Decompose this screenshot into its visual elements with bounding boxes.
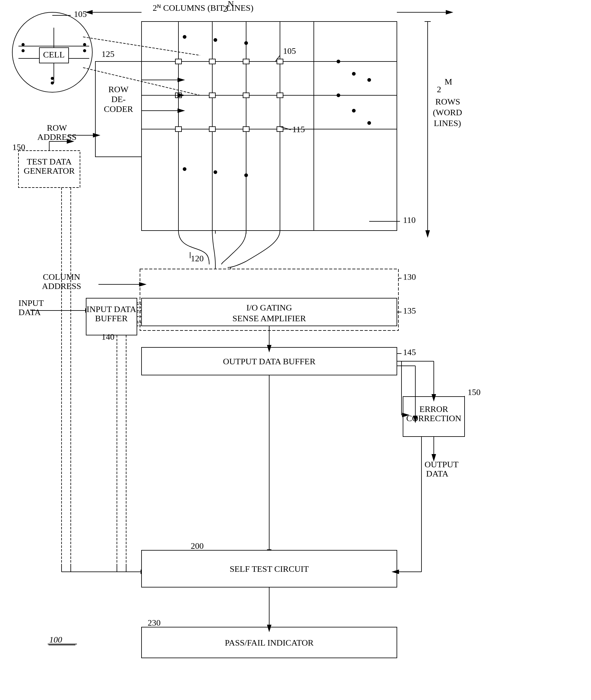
svg-point-24 [352,72,355,75]
rows-m: M [445,77,452,86]
ref-135: 135 [403,306,416,315]
io-gating-label1: I/O GATING [247,303,292,312]
memory-array [141,21,397,231]
ref-150-tdg: 150 [12,142,25,152]
diagram-container: 2ᴺ COLUMNS (BIT LINES) 2 M ROWS (WORD LI… [0,0,591,700]
svg-rect-18 [243,127,249,132]
svg-rect-9 [209,59,215,64]
input-data-buffer-label1: INPUT DATA [86,304,136,314]
svg-point-27 [214,171,217,174]
svg-marker-33 [86,10,92,14]
svg-point-50 [22,43,24,46]
columns-label: 2ᴺ COLUMNS (BIT LINES) [152,3,253,13]
svg-point-20 [183,35,186,38]
rows-superscript: 2 [437,85,441,94]
svg-rect-11 [277,59,283,64]
error-correction-label1: ERROR [419,404,448,414]
svg-point-29 [337,94,340,97]
cell-label: CELL [43,50,65,59]
svg-rect-13 [209,93,215,98]
rows-label3: LINES) [434,119,461,128]
row-address-label2: ADDRESS [37,132,77,142]
svg-point-25 [368,78,371,81]
ref-100: 100 [49,635,62,644]
svg-point-21 [214,38,217,42]
svg-point-53 [83,50,86,52]
io-gating-label2: SENSE AMPLIFIER [233,314,306,323]
ref-110: 110 [403,215,416,225]
ref-120: 120 [191,254,204,263]
input-data-label1: INPUT [18,298,44,308]
row-decoder-label1: ROW [108,85,129,94]
ref-200: 200 [191,541,204,551]
test-data-gen-label2: GENERATOR [24,166,75,175]
svg-point-54 [51,77,54,80]
svg-rect-10 [243,59,249,64]
ref-140: 140 [102,332,115,341]
svg-point-22 [245,42,248,45]
rows-label2: (WORD [433,107,462,117]
svg-point-51 [22,50,24,52]
ref-105-array: 105 [283,46,296,56]
self-test-circuit-label: SELF TEST CIRCUIT [229,564,309,574]
svg-point-28 [245,174,248,177]
pass-fail-label: PASS/FAIL INDICATOR [225,638,314,647]
row-address-label1: ROW [47,123,67,133]
output-data-label1: OUTPUT [424,460,458,469]
svg-rect-8 [175,59,182,64]
input-data-label2: DATA [18,307,41,317]
svg-marker-35 [446,10,452,14]
ref-145: 145 [403,347,416,357]
two-n: 2 [223,4,227,13]
ref-125: 125 [102,49,115,59]
ref-150-ec: 150 [468,387,480,397]
ref-115: 115 [292,125,305,134]
svg-point-30 [352,109,355,112]
n-superscript: N [228,0,234,9]
svg-marker-37 [426,231,430,237]
svg-point-26 [183,167,186,171]
svg-rect-14 [243,93,249,98]
svg-point-52 [83,43,86,46]
svg-rect-15 [277,93,283,98]
row-decoder-label2: DE- [111,94,126,104]
svg-point-55 [51,82,54,84]
test-data-gen-label1: TEST DATA [27,157,72,166]
svg-rect-16 [175,127,182,132]
svg-rect-17 [209,127,215,132]
svg-point-31 [368,122,371,125]
ref-130: 130 [403,272,416,282]
input-data-buffer-label2: BUFFER [95,314,128,323]
row-decoder-label3: CODER [104,104,133,114]
rows-label1: ROWS [435,97,460,106]
ref-105-top: 105 [74,9,87,19]
svg-point-23 [337,60,340,63]
ref-230: 230 [148,618,160,627]
output-data-label2: DATA [426,469,449,478]
output-data-buffer-label: OUTPUT DATA BUFFER [223,357,316,366]
